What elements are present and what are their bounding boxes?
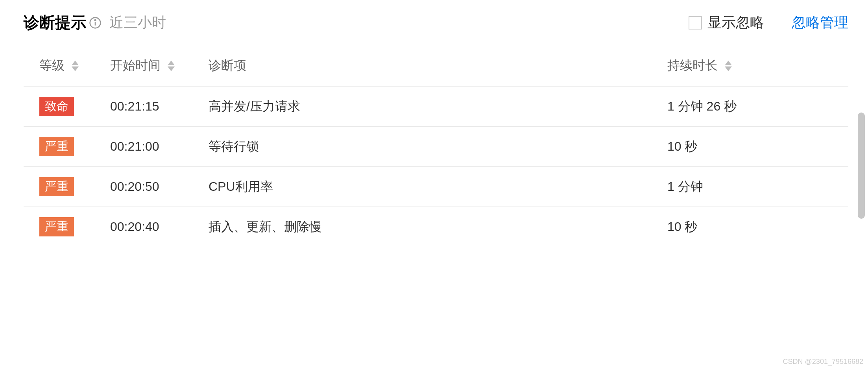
sort-icon [168,61,175,71]
cell-start-time: 00:21:15 [110,99,209,114]
column-label: 开始时间 [110,57,161,74]
column-header-diagnosis-item: 诊断项 [209,57,667,74]
table-header-row: 等级 开始时间 诊断项 持续时长 [24,57,848,87]
cell-diagnosis-item: 等待行锁 [209,138,667,155]
column-header-level[interactable]: 等级 [39,57,110,74]
table-row[interactable]: 严重 00:20:40 插入、更新、删除慢 10 秒 [24,207,848,247]
column-label: 持续时长 [667,57,718,74]
diagnostic-table: 等级 开始时间 诊断项 持续时长 [24,57,848,247]
table-row[interactable]: 致命 00:21:15 高并发/压力请求 1 分钟 26 秒 [24,87,848,127]
cell-level: 严重 [39,137,110,156]
column-label: 等级 [39,57,65,74]
panel-title: 诊断提示 [24,12,87,33]
cell-diagnosis-item: 插入、更新、删除慢 [209,218,667,236]
cell-duration: 1 分钟 26 秒 [667,98,833,115]
severity-badge: 致命 [39,97,74,116]
header-actions: 显示忽略 忽略管理 [689,13,848,32]
cell-level: 严重 [39,177,110,196]
cell-level: 严重 [39,217,110,236]
cell-start-time: 00:20:40 [110,220,209,234]
diagnostic-panel: 诊断提示 近三小时 显示忽略 忽略管理 等级 [0,0,868,255]
cell-start-time: 00:21:00 [110,139,209,154]
table-row[interactable]: 严重 00:20:50 CPU利用率 1 分钟 [24,167,848,207]
info-icon[interactable] [89,17,102,29]
panel-header: 诊断提示 近三小时 显示忽略 忽略管理 [24,12,848,33]
header-title-group: 诊断提示 近三小时 [24,12,166,33]
cell-diagnosis-item: CPU利用率 [209,178,667,196]
severity-badge: 严重 [39,137,74,156]
cell-diagnosis-item: 高并发/压力请求 [209,98,667,115]
column-header-start-time[interactable]: 开始时间 [110,57,209,74]
column-label: 诊断项 [209,57,246,74]
svg-point-2 [95,20,96,21]
ignore-management-link[interactable]: 忽略管理 [792,13,848,32]
sort-icon [725,61,732,71]
show-ignored-checkbox-group: 显示忽略 [689,13,764,32]
severity-badge: 严重 [39,217,74,236]
column-header-duration[interactable]: 持续时长 [667,57,833,74]
cell-level: 致命 [39,97,110,116]
vertical-scrollbar[interactable] [858,113,865,219]
severity-badge: 严重 [39,177,74,196]
table-body: 致命 00:21:15 高并发/压力请求 1 分钟 26 秒 严重 00:21:… [24,87,848,247]
time-range-label: 近三小时 [109,13,166,32]
sort-icon [72,61,79,71]
table-row[interactable]: 严重 00:21:00 等待行锁 10 秒 [24,127,848,167]
show-ignored-label: 显示忽略 [707,13,764,32]
cell-duration: 10 秒 [667,218,833,236]
cell-duration: 1 分钟 [667,178,833,196]
cell-duration: 10 秒 [667,138,833,155]
cell-start-time: 00:20:50 [110,179,209,194]
show-ignored-checkbox[interactable] [689,16,702,30]
